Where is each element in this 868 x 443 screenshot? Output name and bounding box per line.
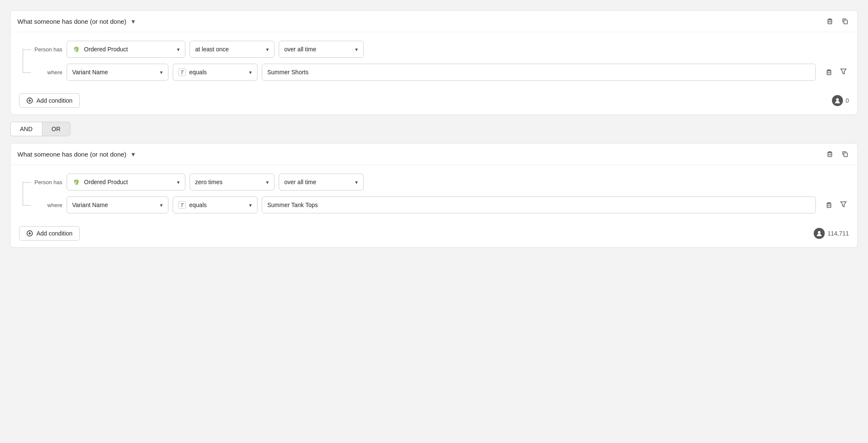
product-dropdown-2[interactable]: Ordered Product ▾ [67, 174, 185, 191]
frequency-dropdown-1[interactable]: at least once ▾ [190, 41, 274, 58]
copy-block-2-button[interactable] [840, 149, 851, 159]
condition-header-left-1: What someone has done (or not done) ▾ [17, 17, 818, 25]
person-row-1: Person has Ordered Product ▾ at least on… [33, 41, 849, 58]
equals-dropdown-chevron-2: ▾ [249, 202, 252, 208]
product-dropdown-chevron-2: ▾ [177, 179, 180, 185]
shopify-icon-2 [72, 178, 81, 186]
equals-dropdown-chevron-1: ▾ [249, 69, 252, 76]
variant-dropdown-value-1: Variant Name [72, 69, 108, 76]
delete-block-2-button[interactable] [824, 149, 835, 159]
condition-header-2: What someone has done (or not done) ▾ [11, 143, 857, 165]
svg-rect-16 [827, 203, 831, 207]
add-condition-2-label: Add condition [36, 230, 73, 237]
condition-footer-2: Add condition 114,711 [11, 220, 857, 247]
where-row-label-2: where [33, 202, 62, 208]
and-or-row: AND OR [10, 122, 858, 136]
condition-block-1: What someone has done (or not done) ▾ Pe… [10, 10, 858, 115]
shopify-icon-1 [72, 45, 81, 53]
filter-where-2-button[interactable] [838, 199, 849, 210]
condition-header-actions-1 [824, 17, 851, 26]
or-button[interactable]: OR [42, 122, 70, 136]
equals-dropdown-1[interactable]: T equals ▾ [173, 64, 258, 81]
copy-block-1-button[interactable] [840, 17, 851, 26]
t-icon-2: T [178, 201, 186, 209]
condition-header-title-1: What someone has done (or not done) [17, 18, 126, 25]
frequency-dropdown-chevron-2: ▾ [266, 179, 269, 185]
variant-dropdown-chevron-1: ▾ [160, 69, 163, 76]
condition-header-title-2: What someone has done (or not done) [17, 151, 126, 158]
variant-dropdown-1[interactable]: Variant Name ▾ [67, 64, 168, 81]
frequency-dropdown-chevron-1: ▾ [266, 46, 269, 53]
product-dropdown-value-1: Ordered Product [84, 46, 128, 53]
equals-dropdown-2[interactable]: T equals ▾ [173, 196, 258, 213]
svg-marker-7 [841, 69, 846, 74]
and-button[interactable]: AND [10, 122, 42, 136]
where-row-1: where Variant Name ▾ T equals ▾ [33, 64, 849, 81]
count-badge-1: 0 [832, 95, 849, 106]
time-dropdown-value-1: over all time [284, 46, 316, 53]
condition-body-1: Person has Ordered Product ▾ at least on… [11, 32, 857, 87]
product-dropdown-chevron-1: ▾ [177, 46, 180, 53]
count-value-1: 0 [846, 97, 849, 104]
product-dropdown-value-2: Ordered Product [84, 179, 128, 185]
person-row-2: Person has Ordered Product ▾ zero times … [33, 174, 849, 191]
svg-point-23 [818, 231, 820, 233]
row-group-1: Person has Ordered Product ▾ at least on… [19, 41, 849, 81]
condition-block-2: What someone has done (or not done) ▾ Pe… [10, 143, 858, 248]
condition-header-chevron-2[interactable]: ▾ [132, 150, 135, 158]
add-condition-1-button[interactable]: Add condition [19, 93, 80, 108]
svg-point-11 [836, 98, 839, 101]
value-input-1[interactable] [262, 64, 816, 81]
where-row-label-1: where [33, 69, 62, 76]
frequency-dropdown-value-1: at least once [195, 46, 229, 53]
where-row-actions-1 [823, 67, 849, 78]
t-icon-1: T [178, 68, 186, 76]
variant-dropdown-2[interactable]: Variant Name ▾ [67, 196, 168, 213]
time-dropdown-chevron-2: ▾ [355, 179, 358, 185]
person-row-label-2: Person has [33, 179, 62, 185]
condition-header-1: What someone has done (or not done) ▾ [11, 11, 857, 32]
variant-dropdown-chevron-2: ▾ [160, 202, 163, 208]
count-circle-1 [832, 95, 843, 106]
delete-where-1-button[interactable] [823, 67, 834, 77]
time-dropdown-chevron-1: ▾ [355, 46, 358, 53]
product-dropdown-1[interactable]: Ordered Product ▾ [67, 41, 185, 58]
condition-body-2: Person has Ordered Product ▾ zero times … [11, 165, 857, 220]
svg-rect-4 [827, 70, 831, 75]
equals-dropdown-value-2: equals [189, 202, 207, 208]
count-value-2: 114,711 [827, 230, 849, 237]
svg-rect-15 [844, 153, 847, 157]
filter-where-1-button[interactable] [838, 67, 849, 78]
add-condition-1-label: Add condition [36, 97, 73, 104]
count-badge-2: 114,711 [814, 228, 849, 239]
svg-marker-19 [841, 202, 846, 207]
value-input-2[interactable] [262, 196, 816, 213]
svg-rect-12 [828, 152, 832, 157]
count-circle-2 [814, 228, 825, 239]
condition-footer-1: Add condition 0 [11, 87, 857, 115]
time-dropdown-1[interactable]: over all time ▾ [279, 41, 364, 58]
frequency-dropdown-value-2: zero times [195, 179, 223, 185]
delete-block-1-button[interactable] [824, 17, 835, 26]
row-group-2: Person has Ordered Product ▾ zero times … [19, 174, 849, 213]
equals-dropdown-value-1: equals [189, 69, 207, 76]
svg-rect-3 [844, 20, 847, 24]
time-dropdown-value-2: over all time [284, 179, 316, 185]
svg-rect-0 [828, 20, 832, 24]
where-row-2: where Variant Name ▾ T equals ▾ [33, 196, 849, 213]
variant-dropdown-value-2: Variant Name [72, 202, 108, 208]
condition-header-left-2: What someone has done (or not done) ▾ [17, 150, 818, 158]
person-row-label-1: Person has [33, 46, 62, 53]
delete-where-2-button[interactable] [823, 200, 834, 210]
where-row-actions-2 [823, 199, 849, 210]
add-condition-2-button[interactable]: Add condition [19, 226, 80, 241]
condition-header-chevron-1[interactable]: ▾ [132, 17, 135, 25]
frequency-dropdown-2[interactable]: zero times ▾ [190, 174, 274, 191]
time-dropdown-2[interactable]: over all time ▾ [279, 174, 364, 191]
condition-header-actions-2 [824, 149, 851, 159]
